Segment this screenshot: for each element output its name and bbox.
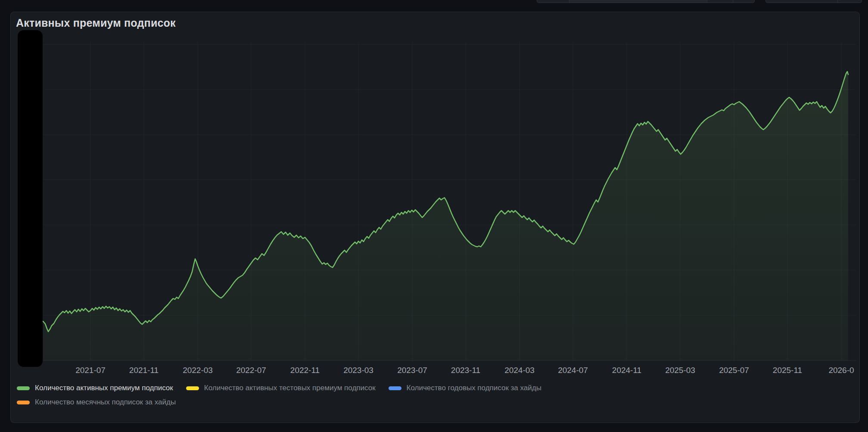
legend-item[interactable]: Количество активных премиум подписок bbox=[17, 384, 173, 392]
legend-series-color-pill bbox=[186, 386, 199, 390]
legend-series-label[interactable]: Количество годовых подписок за хайды bbox=[407, 384, 541, 392]
legend-series-label[interactable]: Количество месячных подписок за хайды bbox=[35, 398, 176, 407]
toolbar-divider bbox=[569, 0, 569, 3]
x-axis: 2021-072021-112022-032022-072022-112023-… bbox=[11, 12, 859, 423]
chart-panel: Активных премиум подписок 2021-072021-11… bbox=[10, 12, 860, 423]
dashboard-page: Активных премиум подписок 2021-072021-11… bbox=[0, 0, 868, 432]
x-tick-label: 2023-03 bbox=[328, 366, 389, 375]
x-tick-label: 2021-07 bbox=[60, 366, 121, 375]
x-tick-label: 2023-11 bbox=[436, 366, 496, 375]
x-tick-label: 2024-03 bbox=[489, 366, 550, 375]
x-tick-label: 2024-11 bbox=[597, 366, 657, 375]
legend-series-color-pill bbox=[17, 401, 30, 404]
legend-series-label[interactable]: Количество активных премиум подписок bbox=[35, 384, 173, 392]
legend-item[interactable]: Количество годовых подписок за хайды bbox=[389, 384, 541, 392]
toolbar-remnant-segment[interactable] bbox=[569, 0, 707, 3]
toolbar-divider bbox=[837, 0, 838, 3]
legend-series-label[interactable]: Количество активных тестовых премиум под… bbox=[204, 384, 376, 392]
x-tick-label: 2025-11 bbox=[757, 366, 818, 375]
x-tick-label: 2026-0 bbox=[811, 366, 860, 375]
toolbar-remnant-refresh[interactable] bbox=[765, 0, 862, 3]
legend-series-color-pill bbox=[17, 386, 30, 390]
x-tick-label: 2021-11 bbox=[114, 366, 174, 375]
legend-row: Количество месячных подписок за хайды bbox=[17, 398, 541, 407]
toolbar-divider bbox=[733, 0, 733, 3]
x-tick-label: 2022-11 bbox=[275, 366, 335, 375]
x-tick-label: 2023-07 bbox=[382, 366, 442, 375]
toolbar-divider bbox=[707, 0, 707, 3]
redacted-y-axis bbox=[18, 30, 43, 367]
toolbar-remnant-timepicker[interactable] bbox=[537, 0, 755, 3]
x-tick-label: 2022-07 bbox=[221, 366, 281, 375]
x-tick-label: 2025-07 bbox=[704, 366, 764, 375]
x-tick-label: 2025-03 bbox=[650, 366, 710, 375]
legend-item[interactable]: Количество месячных подписок за хайды bbox=[17, 398, 176, 407]
legend-series-color-pill bbox=[389, 386, 401, 390]
legend-item[interactable]: Количество активных тестовых премиум под… bbox=[186, 384, 376, 392]
legend-row: Количество активных премиум подписокКоли… bbox=[17, 384, 541, 392]
x-tick-label: 2024-07 bbox=[543, 366, 603, 375]
legend: Количество активных премиум подписокКоли… bbox=[17, 384, 541, 407]
x-tick-label: 2022-03 bbox=[168, 366, 228, 375]
